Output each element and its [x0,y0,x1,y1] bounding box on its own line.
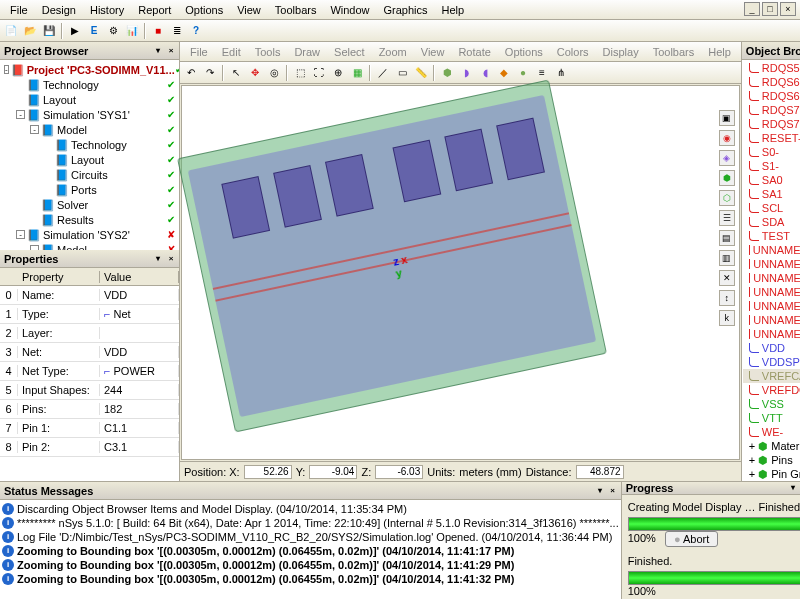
chart-icon[interactable]: 📊 [123,22,141,40]
shape4-icon[interactable]: ● [514,64,532,82]
object-item[interactable]: SA1 [743,187,800,201]
object-group[interactable]: +⬢Materials [743,439,800,453]
menu-select[interactable]: Select [328,44,371,60]
tree-item[interactable]: -📘Simulation 'SYS1'✔ [2,107,177,122]
object-item[interactable]: S1- [743,159,800,173]
open-icon[interactable]: 📂 [21,22,39,40]
object-item[interactable]: UNNAMED_4_DDR378BALL... [743,327,800,341]
menu-history[interactable]: History [84,2,130,18]
menu-options[interactable]: Options [499,44,549,60]
menu-help[interactable]: Help [436,2,471,18]
property-row[interactable]: 6Pins:182 [0,400,179,419]
object-item[interactable]: SA0 [743,173,800,187]
object-item[interactable]: WE- [743,425,800,439]
object-list[interactable]: RDQS5-RDQS6+RDQS6-RDQS7+RDQS7-RESET-S0-S… [742,60,800,481]
shape2-icon[interactable]: ◖ [476,64,494,82]
pin-icon[interactable]: ▾ [787,482,799,494]
pin-icon[interactable]: ▾ [152,253,164,265]
menu-report[interactable]: Report [132,2,177,18]
pin-icon[interactable]: ▾ [152,45,164,57]
close-button[interactable]: × [780,2,796,16]
menu-rotate[interactable]: Rotate [452,44,496,60]
model-canvas[interactable]: z xy ▣ ◉ ◈ ⬢ ⬡ ☰ ▤ ▥ ✕ ↕ k [181,85,740,460]
vt-icon[interactable]: ↕ [719,290,735,306]
object-item[interactable]: RDQS5- [743,61,800,75]
vt-icon[interactable]: k [719,310,735,326]
close-icon[interactable]: × [165,253,177,265]
pin-icon[interactable]: ▾ [594,485,606,497]
object-item[interactable]: RDQS7- [743,117,800,131]
eda-icon[interactable]: E [85,22,103,40]
object-item[interactable]: RESET- [743,131,800,145]
menu-edit[interactable]: Edit [216,44,247,60]
object-item[interactable]: VREFCA [743,369,800,383]
vt-icon[interactable]: ▣ [719,110,735,126]
cube-icon[interactable]: ⬢ [438,64,456,82]
menu-toolbars[interactable]: Toolbars [647,44,701,60]
object-item[interactable]: VDD✓ [743,341,800,355]
menu-file[interactable]: File [184,44,214,60]
menu-zoom[interactable]: Zoom [373,44,413,60]
vt-icon[interactable]: ▤ [719,230,735,246]
menu-options[interactable]: Options [179,2,229,18]
object-item[interactable]: UNNAMED_4_DDR378BALL... [743,285,800,299]
pos-z-value[interactable] [375,465,423,479]
tree-item[interactable]: -📘Simulation 'SYS2'✘ [2,227,177,242]
vt-icon[interactable]: ◉ [719,130,735,146]
pointer-icon[interactable]: ↖ [227,64,245,82]
property-row[interactable]: 4Net Type:⌐ POWER [0,362,179,381]
menu-graphics[interactable]: Graphics [378,2,434,18]
menu-display[interactable]: Display [597,44,645,60]
object-item[interactable]: RDQS7+ [743,103,800,117]
properties-grid[interactable]: PropertyValue 0Name:VDD1Type:⌐ Net2Layer… [0,268,179,481]
net-icon[interactable]: ⋔ [552,64,570,82]
tool-icon[interactable]: ▶ [66,22,84,40]
menu-help[interactable]: Help [702,44,737,60]
sim-icon[interactable]: ⚙ [104,22,122,40]
new-icon[interactable]: 📄 [2,22,20,40]
grid-icon[interactable]: ▦ [348,64,366,82]
menu-window[interactable]: Window [324,2,375,18]
tree-item[interactable]: 📘Layout✔ [2,92,177,107]
object-item[interactable]: RDQS6+ [743,75,800,89]
menu-design[interactable]: Design [36,2,82,18]
zoom-in-icon[interactable]: ⊕ [329,64,347,82]
redo-icon[interactable]: ↷ [201,64,219,82]
menu-view[interactable]: View [415,44,451,60]
tree-item[interactable]: -📘Model✘ [2,242,177,250]
object-item[interactable]: VREFDQ [743,383,800,397]
object-item[interactable]: SCL [743,201,800,215]
object-group[interactable]: +⬢Pin Groups [743,467,800,481]
abort-button[interactable]: ● Abort [665,531,718,547]
tree-item[interactable]: 📘Ports✔ [2,182,177,197]
property-row[interactable]: 3Net:VDD [0,343,179,362]
property-row[interactable]: 1Type:⌐ Net [0,305,179,324]
pos-x-value[interactable] [244,465,292,479]
tree-item[interactable]: -📘Model✔ [2,122,177,137]
distance-value[interactable] [576,465,624,479]
move-icon[interactable]: ✥ [246,64,264,82]
property-row[interactable]: 5Input Shapes:244 [0,381,179,400]
save-icon[interactable]: 💾 [40,22,58,40]
vt-icon[interactable]: ◈ [719,150,735,166]
object-item[interactable]: S0- [743,145,800,159]
stop-icon[interactable]: ■ [149,22,167,40]
tree-item[interactable]: 📘Layout✔ [2,152,177,167]
object-item[interactable]: RDQS6- [743,89,800,103]
target-icon[interactable]: ◎ [265,64,283,82]
vt-icon[interactable]: ⬢ [719,170,735,186]
maximize-button[interactable]: □ [762,2,778,16]
tree-item[interactable]: 📘Results✔ [2,212,177,227]
draw-line-icon[interactable]: ／ [374,64,392,82]
property-row[interactable]: 0Name:VDD [0,286,179,305]
layers-icon[interactable]: ≣ [168,22,186,40]
tree-item[interactable]: 📘Technology✔ [2,137,177,152]
object-group[interactable]: +⬢Pins [743,453,800,467]
tree-item[interactable]: 📘Solver✔ [2,197,177,212]
close-icon[interactable]: × [607,485,619,497]
tree-item[interactable]: 📘Technology✔ [2,77,177,92]
property-row[interactable]: 7Pin 1:C1.1 [0,419,179,438]
object-item[interactable]: UNNAMED_4_DDR378BALL... [743,313,800,327]
zoom-window-icon[interactable]: ⬚ [291,64,309,82]
object-item[interactable]: VSS [743,397,800,411]
